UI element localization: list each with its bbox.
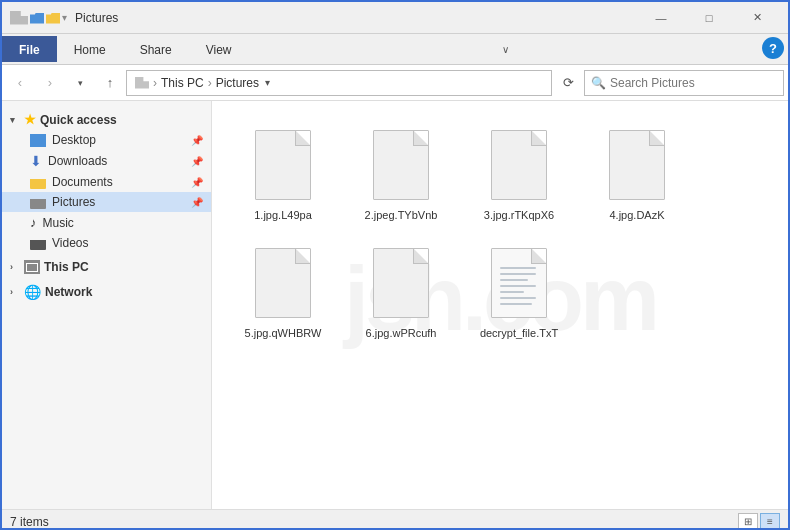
this-pc-icon — [24, 260, 40, 274]
path-separator-1: › — [153, 76, 157, 90]
this-pc-arrow: › — [10, 262, 20, 272]
path-pictures[interactable]: Pictures — [216, 76, 259, 90]
documents-pin-icon: 📌 — [191, 177, 203, 188]
documents-folder-tab — [30, 179, 39, 186]
sidebar-item-pictures-label: Pictures — [52, 195, 95, 209]
text-lines — [500, 267, 536, 305]
file-item-5[interactable]: 5.jpg.qWHBRW — [228, 235, 338, 345]
network-icon: 🌐 — [24, 284, 41, 300]
path-dropdown-button[interactable]: ▾ — [263, 77, 272, 88]
back-button[interactable]: ‹ — [6, 69, 34, 97]
file-icon-2 — [369, 126, 433, 204]
file-item-4[interactable]: 4.jpg.DAzK — [582, 117, 692, 227]
quick-access-label: Quick access — [40, 113, 117, 127]
path-separator-2: › — [208, 76, 212, 90]
title-bar-folder-yellow-icon — [46, 12, 60, 24]
file-item-3[interactable]: 3.jpg.rTKqpX6 — [464, 117, 574, 227]
main-container: ▾ ★ Quick access Desktop 📌 ⬇ Downloads 📌 — [2, 101, 788, 509]
file-icon-1 — [251, 126, 315, 204]
view-buttons: ⊞ ≡ — [738, 513, 780, 531]
file-label-6: 6.jpg.wPRcufh — [366, 326, 437, 340]
network-arrow: › — [10, 287, 20, 297]
title-bar-controls: — □ ✕ — [638, 2, 780, 34]
forward-button[interactable]: › — [36, 69, 64, 97]
file-page-5 — [255, 248, 311, 318]
sidebar-item-desktop-label: Desktop — [52, 133, 96, 147]
network-label: Network — [45, 285, 92, 299]
sidebar-item-videos[interactable]: Videos — [2, 233, 211, 253]
file-label-1: 1.jpg.L49pa — [254, 208, 312, 222]
title-bar-dropdown[interactable]: ▾ — [62, 12, 67, 23]
file-icon-3 — [487, 126, 551, 204]
ribbon-tabs-row: File Home Share View ∨ ? — [2, 34, 788, 64]
file-label-5: 5.jpg.qWHBRW — [245, 326, 322, 340]
ribbon-collapse-chevron[interactable]: ∨ — [496, 44, 515, 55]
file-label-2: 2.jpeg.TYbVnb — [365, 208, 438, 222]
quick-access-arrow: ▾ — [10, 115, 20, 125]
sidebar-item-videos-label: Videos — [52, 236, 88, 250]
file-label-3: 3.jpg.rTKqpX6 — [484, 208, 554, 222]
sidebar-item-desktop[interactable]: Desktop 📌 — [2, 130, 211, 150]
desktop-pin-icon: 📌 — [191, 135, 203, 146]
file-page-7 — [491, 248, 547, 318]
search-box: 🔍 — [584, 70, 784, 96]
pictures-folder-tab — [30, 199, 39, 206]
file-icon-5 — [251, 244, 315, 322]
up-button[interactable]: ↑ — [96, 69, 124, 97]
tab-file[interactable]: File — [2, 36, 57, 62]
sidebar: ▾ ★ Quick access Desktop 📌 ⬇ Downloads 📌 — [2, 101, 212, 509]
file-page-2 — [373, 130, 429, 200]
this-pc-label: This PC — [44, 260, 89, 274]
help-button[interactable]: ? — [762, 37, 784, 59]
maximize-button[interactable]: □ — [686, 2, 732, 34]
sidebar-item-downloads-label: Downloads — [48, 154, 107, 168]
file-area: jsh.com 1.jpg.L49pa 2.jpeg.TYbVnb — [212, 101, 788, 509]
pictures-pin-icon: 📌 — [191, 197, 203, 208]
view-grid-button[interactable]: ⊞ — [738, 513, 758, 531]
ribbon: File Home Share View ∨ ? — [2, 34, 788, 65]
title-bar-folder-icon — [30, 12, 44, 24]
sidebar-item-music[interactable]: ♪ Music — [2, 212, 211, 233]
text-line-2 — [500, 273, 536, 275]
file-icon-4 — [605, 126, 669, 204]
music-icon: ♪ — [30, 215, 37, 230]
files-grid: 1.jpg.L49pa 2.jpeg.TYbVnb 3.jpg.rTKqpX6 — [224, 113, 776, 350]
file-label-4: 4.jpg.DAzK — [609, 208, 664, 222]
text-line-6 — [500, 297, 536, 299]
sidebar-item-documents-label: Documents — [52, 175, 113, 189]
path-this-pc[interactable]: This PC — [161, 76, 204, 90]
tab-share[interactable]: Share — [123, 36, 189, 62]
status-bar: 7 items ⊞ ≡ — [2, 509, 788, 530]
tab-view[interactable]: View — [189, 36, 249, 62]
desktop-icon — [30, 134, 46, 147]
quick-access-header[interactable]: ▾ ★ Quick access — [2, 109, 211, 130]
sidebar-item-downloads[interactable]: ⬇ Downloads 📌 — [2, 150, 211, 172]
title-bar: ▾ Pictures — □ ✕ — [2, 2, 788, 34]
minimize-button[interactable]: — — [638, 2, 684, 34]
downloads-icon: ⬇ — [30, 153, 42, 169]
tab-home[interactable]: Home — [57, 36, 123, 62]
sidebar-item-music-label: Music — [43, 216, 74, 230]
search-input[interactable] — [610, 76, 777, 90]
file-page-6 — [373, 248, 429, 318]
recent-locations-button[interactable]: ▾ — [66, 69, 94, 97]
file-item-1[interactable]: 1.jpg.L49pa — [228, 117, 338, 227]
view-list-button[interactable]: ≡ — [760, 513, 780, 531]
refresh-button[interactable]: ⟳ — [554, 69, 582, 97]
close-button[interactable]: ✕ — [734, 2, 780, 34]
sidebar-item-pictures[interactable]: Pictures 📌 — [2, 192, 211, 212]
text-line-5 — [500, 291, 524, 293]
address-computer-icon — [135, 77, 149, 89]
this-pc-header[interactable]: › This PC — [2, 257, 211, 277]
title-bar-icons: ▾ — [10, 11, 67, 25]
sidebar-section-network: › 🌐 Network — [2, 281, 211, 303]
file-item-2[interactable]: 2.jpeg.TYbVnb — [346, 117, 456, 227]
item-count: 7 items — [10, 515, 49, 529]
network-header[interactable]: › 🌐 Network — [2, 281, 211, 303]
sidebar-item-documents[interactable]: Documents 📌 — [2, 172, 211, 192]
file-item-6[interactable]: 6.jpg.wPRcufh — [346, 235, 456, 345]
file-label-7: decrypt_file.TxT — [480, 326, 558, 340]
file-item-7[interactable]: decrypt_file.TxT — [464, 235, 574, 345]
file-page-3 — [491, 130, 547, 200]
search-icon: 🔍 — [591, 76, 606, 90]
